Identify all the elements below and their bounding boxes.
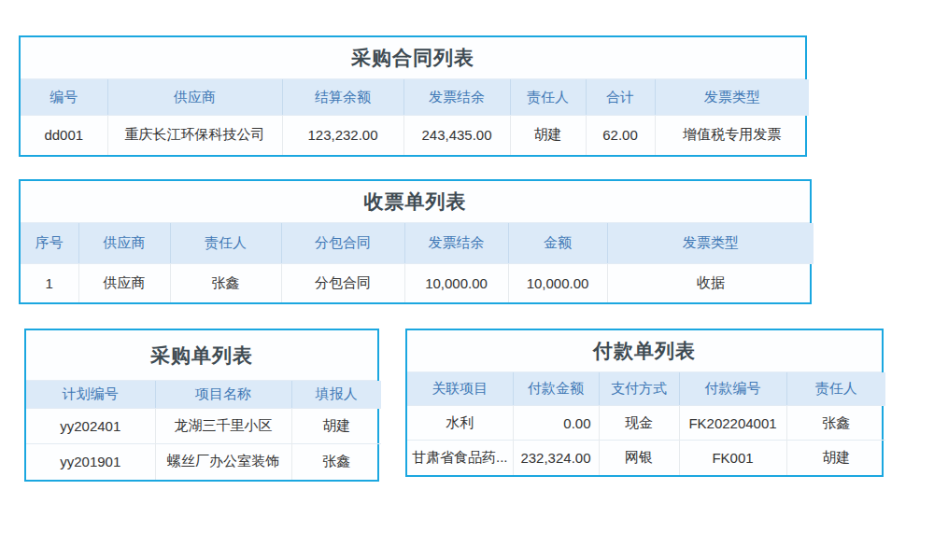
column-header: 项目名称: [155, 381, 291, 409]
cell: 重庆长江环保科技公司: [107, 116, 282, 155]
header-row: 关联项目付款金额支付方式付款编号责任人: [407, 372, 885, 406]
column-header: 责任人: [786, 372, 885, 406]
cell: 螺丝厂办公室装饰: [155, 444, 291, 480]
cell: 62.00: [586, 116, 655, 155]
cell: 1: [21, 264, 78, 302]
cell: FK202204001: [679, 406, 786, 441]
purchase-contract-list-table: 采购合同列表 编号供应商结算余额发票结余责任人合计发票类型dd001重庆长江环保…: [19, 35, 807, 157]
cell: 10,000.00: [508, 264, 607, 302]
cell: 张鑫: [170, 264, 281, 302]
cell: 增值税专用发票: [655, 116, 809, 155]
column-header: 发票结余: [404, 223, 508, 264]
cell: 胡建: [291, 409, 381, 444]
table-row: dd001重庆长江环保科技公司123,232.00243,435.00胡建62.…: [21, 116, 809, 155]
column-header: 供应商: [78, 223, 170, 264]
purchase-order-list-table: 采购单列表 计划编号项目名称填报人yy202401龙湖三千里小区胡建yy2019…: [24, 329, 379, 482]
column-header: 填报人: [291, 381, 381, 409]
table-title: 收票单列表: [21, 181, 810, 223]
cell: 232,324.00: [513, 441, 599, 475]
column-header: 付款金额: [513, 372, 599, 406]
cell: 0.00: [513, 406, 599, 441]
column-header: 序号: [21, 223, 78, 264]
column-header: 结算余额: [282, 79, 403, 116]
cell: 张鑫: [291, 444, 381, 480]
cell: 龙湖三千里小区: [155, 409, 291, 444]
cell: 胡建: [786, 441, 885, 475]
column-header: 计划编号: [26, 381, 155, 409]
cell: 10,000.00: [404, 264, 508, 302]
cell: yy201901: [26, 444, 155, 480]
column-header: 关联项目: [407, 372, 513, 406]
header-row: 序号供应商责任人分包合同发票结余金额发票类型: [21, 223, 814, 264]
column-header: 合计: [586, 79, 655, 116]
column-header: 责任人: [510, 79, 586, 116]
column-header: 分包合同: [281, 223, 404, 264]
table-title: 采购合同列表: [21, 37, 805, 79]
cell: 123,232.00: [282, 116, 403, 155]
cell: yy202401: [26, 409, 155, 444]
data-table: 关联项目付款金额支付方式付款编号责任人水利0.00现金FK202204001张鑫…: [407, 372, 885, 475]
payment-list-table: 付款单列表 关联项目付款金额支付方式付款编号责任人水利0.00现金FK20220…: [405, 329, 884, 477]
table-row: 甘肃省食品药...232,324.00网银FK001胡建: [407, 441, 885, 475]
cell: 供应商: [78, 264, 170, 302]
data-table: 计划编号项目名称填报人yy202401龙湖三千里小区胡建yy201901螺丝厂办…: [26, 381, 381, 480]
cell: 甘肃省食品药...: [407, 441, 513, 475]
table-row: yy201901螺丝厂办公室装饰张鑫: [26, 444, 381, 480]
cell: 分包合同: [281, 264, 404, 302]
receipt-list-table: 收票单列表 序号供应商责任人分包合同发票结余金额发票类型1供应商张鑫分包合同10…: [19, 179, 812, 304]
report-page: 采购合同列表 编号供应商结算余额发票结余责任人合计发票类型dd001重庆长江环保…: [0, 0, 934, 560]
cell: 水利: [407, 406, 513, 441]
table-row: 水利0.00现金FK202204001张鑫: [407, 406, 885, 441]
cell: dd001: [21, 116, 107, 155]
column-header: 发票类型: [607, 223, 814, 264]
column-header: 发票类型: [655, 79, 809, 116]
header-row: 编号供应商结算余额发票结余责任人合计发票类型: [21, 79, 809, 116]
header-row: 计划编号项目名称填报人: [26, 381, 381, 409]
table-row: 1供应商张鑫分包合同10,000.0010,000.00收据: [21, 264, 814, 302]
table-row: yy202401龙湖三千里小区胡建: [26, 409, 381, 444]
data-table: 编号供应商结算余额发票结余责任人合计发票类型dd001重庆长江环保科技公司123…: [21, 79, 809, 155]
table-title: 采购单列表: [26, 330, 377, 381]
cell: 网银: [599, 441, 679, 475]
column-header: 付款编号: [679, 372, 786, 406]
cell: FK001: [679, 441, 786, 475]
column-header: 供应商: [107, 79, 282, 116]
cell: 张鑫: [786, 406, 885, 441]
table-title: 付款单列表: [407, 330, 882, 372]
cell: 243,435.00: [403, 116, 510, 155]
cell: 收据: [607, 264, 814, 302]
cell: 胡建: [510, 116, 586, 155]
column-header: 发票结余: [403, 79, 510, 116]
column-header: 支付方式: [599, 372, 679, 406]
column-header: 责任人: [170, 223, 281, 264]
data-table: 序号供应商责任人分包合同发票结余金额发票类型1供应商张鑫分包合同10,000.0…: [21, 223, 814, 302]
column-header: 金额: [508, 223, 607, 264]
column-header: 编号: [21, 79, 107, 116]
cell: 现金: [599, 406, 679, 441]
